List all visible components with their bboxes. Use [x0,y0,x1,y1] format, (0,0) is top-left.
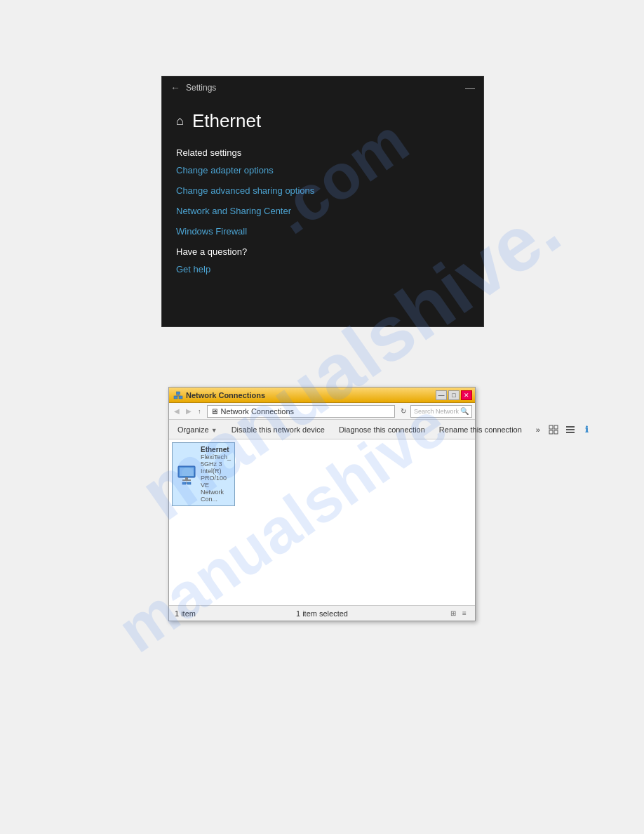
have-question-label: Have a question? [176,246,469,257]
minimize-button[interactable]: — [465,83,475,93]
settings-content: Related settings Change adapter options … [162,140,483,289]
svg-rect-11 [566,429,575,430]
network-title-text: Network Connections [186,391,265,399]
settings-title: Settings [186,83,216,93]
refresh-btn[interactable]: ↻ [398,406,408,416]
address-bar: ◀ ▶ ↑ 🖥 Network Connections ↻ Search Net… [169,403,475,420]
path-text: Network Connections [221,407,295,416]
more-btn[interactable]: » [532,424,544,435]
svg-rect-9 [554,430,558,434]
ethernet-item[interactable]: Ethernet FlexiTech_5GHz 3 Intel(R) PRO/1… [172,442,235,506]
svg-rect-19 [187,482,191,484]
change-advanced-sharing-link[interactable]: Change advanced sharing options [176,185,469,196]
statusbar: 1 item 1 item selected ⊞ ≡ [169,605,475,621]
svg-rect-2 [177,392,180,395]
settings-header: ⌂ Ethernet [162,99,483,140]
search-box[interactable]: Search Network Connections 🔍 [410,405,472,418]
ethernet-line2: FlexiTech_5GHz 3 [201,454,232,468]
statusbar-count: 1 item [175,609,196,618]
statusbar-icon-2: ≡ [459,609,469,618]
get-help-link[interactable]: Get help [176,264,469,274]
minimize-btn[interactable]: — [436,390,447,400]
svg-rect-0 [174,396,177,399]
organize-btn[interactable]: Organize ▼ [173,424,222,435]
ethernet-item-text: Ethernet FlexiTech_5GHz 3 Intel(R) PRO/1… [201,446,232,503]
network-content: Ethernet FlexiTech_5GHz 3 Intel(R) PRO/1… [169,439,475,605]
toolbar-right: ℹ [546,422,595,437]
related-settings-label: Related settings [176,147,469,158]
search-icon: 🔍 [460,407,469,415]
svg-rect-7 [554,425,558,429]
svg-rect-6 [549,425,553,429]
restore-btn[interactable]: □ [448,390,459,400]
address-path[interactable]: 🖥 Network Connections [207,405,396,418]
diagnose-connection-btn[interactable]: Diagnose this connection [335,424,429,435]
ethernet-icon [175,463,198,486]
ethernet-name: Ethernet [201,446,232,454]
network-titlebar: Network Connections — □ ✕ [169,388,475,403]
back-button[interactable]: ← [170,82,180,93]
forward-nav-btn[interactable]: ▶ [184,406,194,416]
home-icon: ⌂ [176,114,184,128]
network-sharing-center-link[interactable]: Network and Sharing Center [176,206,469,216]
settings-window: ← Settings — ⌂ Ethernet Related settings… [161,76,484,327]
statusbar-right-icons: ⊞ ≡ [448,609,469,618]
view-options-btn[interactable] [546,422,561,437]
titlebar-left: ← Settings [170,82,216,93]
rename-connection-btn[interactable]: Rename this connection [435,424,526,435]
ethernet-line3: Intel(R) PRO/100 VE Network Con... [201,468,232,503]
statusbar-icon-1: ⊞ [448,609,458,618]
search-placeholder: Search Network Connections [414,408,459,415]
svg-rect-8 [549,430,553,434]
network-title-icon [173,390,183,400]
details-view-btn[interactable] [563,422,578,437]
network-toolbar: Organize ▼ Disable this network device D… [169,420,475,439]
svg-rect-1 [179,396,182,399]
svg-rect-18 [182,482,186,484]
change-adapter-link[interactable]: Change adapter options [176,165,469,176]
svg-rect-10 [566,426,575,428]
titlebar-left: Network Connections [173,390,265,400]
path-icon: 🖥 [210,407,218,416]
organize-dropdown: ▼ [211,427,217,434]
network-connections-window: Network Connections — □ ✕ ◀ ▶ ↑ 🖥 Networ… [168,387,476,621]
windows-firewall-link[interactable]: Windows Firewall [176,226,469,237]
svg-rect-16 [182,479,191,481]
svg-rect-12 [566,432,575,433]
svg-rect-15 [185,477,188,479]
settings-titlebar: ← Settings — [162,77,483,99]
page-title: Ethernet [192,110,261,132]
back-nav-btn[interactable]: ◀ [172,406,182,416]
svg-rect-14 [180,468,194,476]
statusbar-selected: 1 item selected [296,609,348,618]
close-btn[interactable]: ✕ [461,390,472,400]
info-btn[interactable]: ℹ [579,422,595,437]
titlebar-controls: — □ ✕ [436,390,472,400]
disable-device-btn[interactable]: Disable this network device [227,424,329,435]
up-nav-btn[interactable]: ↑ [196,407,203,416]
